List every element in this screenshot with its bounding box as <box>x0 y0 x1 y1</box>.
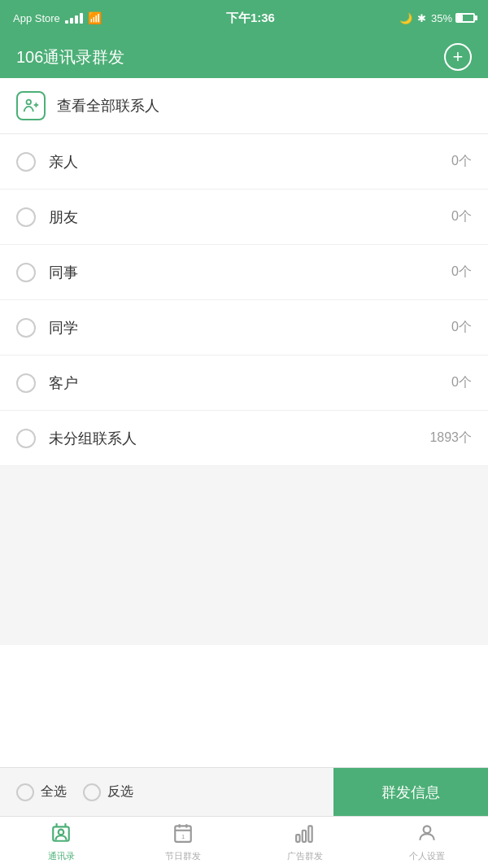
group-name-5: 未分组联系人 <box>49 429 416 448</box>
tab-settings-label: 个人设置 <box>409 850 445 862</box>
group-count-5: 1893个 <box>429 430 472 447</box>
action-left: 全选 反选 <box>16 783 333 801</box>
tab-ad[interactable]: 广告群发 <box>244 817 366 868</box>
battery-container: 35% <box>431 12 475 24</box>
status-right: 🌙 ✱ 35% <box>399 12 475 24</box>
radio-tongxue[interactable] <box>16 318 36 338</box>
group-count-4: 0个 <box>451 374 472 391</box>
battery-icon <box>455 13 475 23</box>
send-message-button[interactable]: 群发信息 <box>333 768 488 817</box>
page-title: 106通讯录群发 <box>16 46 124 68</box>
svg-point-15 <box>424 826 431 833</box>
contacts-icon <box>16 91 46 120</box>
radio-qinren[interactable] <box>16 152 36 172</box>
bluetooth-icon: ✱ <box>417 12 426 24</box>
svg-rect-13 <box>303 831 306 842</box>
svg-point-0 <box>27 100 32 105</box>
group-item-4[interactable]: 客户 0个 <box>0 355 488 411</box>
tab-contacts-label: 通讯录 <box>48 850 75 862</box>
page-root: App Store 📶 下午1:36 🌙 ✱ 35% 106通讯录群发 + <box>0 0 488 868</box>
group-item-2[interactable]: 同事 0个 <box>0 245 488 300</box>
group-item-3[interactable]: 同学 0个 <box>0 300 488 355</box>
wifi-icon: 📶 <box>88 11 102 24</box>
group-item-0[interactable]: 亲人 0个 <box>0 134 488 190</box>
group-count-0: 0个 <box>451 153 472 170</box>
tab-holiday-label: 节日群发 <box>165 850 201 862</box>
svg-point-4 <box>59 830 64 835</box>
invert-select-radio[interactable] <box>83 783 101 801</box>
status-bar: App Store 📶 下午1:36 🌙 ✱ 35% <box>0 0 488 36</box>
all-contacts-row[interactable]: 查看全部联系人 <box>0 78 488 134</box>
radio-tongshi[interactable] <box>16 263 36 282</box>
battery-percent: 35% <box>431 12 452 24</box>
invert-select-item[interactable]: 反选 <box>83 783 133 801</box>
tab-holiday[interactable]: 1 节日群发 <box>122 817 244 868</box>
add-button[interactable]: + <box>444 43 472 71</box>
select-all-item[interactable]: 全选 <box>16 783 67 801</box>
group-name-1: 朋友 <box>49 207 438 227</box>
svg-rect-12 <box>296 835 299 842</box>
signal-icon <box>65 13 83 24</box>
group-name-2: 同事 <box>49 263 438 282</box>
tab-contacts[interactable]: 通讯录 <box>0 817 122 868</box>
group-item-1[interactable]: 朋友 0个 <box>0 190 488 245</box>
status-left: App Store 📶 <box>13 11 102 24</box>
radio-kehu[interactable] <box>16 373 36 393</box>
tab-ad-label: 广告群发 <box>287 850 323 862</box>
group-item-5[interactable]: 未分组联系人 1893个 <box>0 411 488 466</box>
main-content: 查看全部联系人 亲人 0个 朋友 0个 同事 0个 <box>0 78 488 767</box>
tab-contacts-icon <box>50 822 72 847</box>
group-count-2: 0个 <box>451 264 472 281</box>
status-time: 下午1:36 <box>226 11 275 26</box>
radio-ungrouped[interactable] <box>16 429 36 448</box>
tab-holiday-icon: 1 <box>172 822 194 847</box>
tab-settings-icon <box>416 822 438 847</box>
group-count-3: 0个 <box>451 319 472 336</box>
select-all-label: 全选 <box>41 783 67 800</box>
group-name-4: 客户 <box>49 373 438 393</box>
group-name-0: 亲人 <box>49 152 438 172</box>
action-bar: 全选 反选 群发信息 <box>0 767 488 816</box>
svg-text:1: 1 <box>181 833 185 840</box>
contacts-svg-icon <box>22 97 40 115</box>
content-list: 查看全部联系人 亲人 0个 朋友 0个 同事 0个 <box>0 78 488 767</box>
carrier-label: App Store <box>13 12 60 24</box>
empty-space <box>0 466 488 645</box>
select-all-radio[interactable] <box>16 783 34 801</box>
invert-select-label: 反选 <box>107 783 133 800</box>
all-contacts-label: 查看全部联系人 <box>57 96 159 116</box>
header: 106通讯录群发 + <box>0 36 488 78</box>
moon-icon: 🌙 <box>399 12 412 24</box>
tab-settings[interactable]: 个人设置 <box>366 817 488 868</box>
tab-bar: 通讯录 1 节日群发 广告群发 <box>0 816 488 868</box>
tab-ad-icon <box>294 822 316 847</box>
svg-rect-14 <box>308 826 312 842</box>
group-name-3: 同学 <box>49 318 438 338</box>
group-list: 亲人 0个 朋友 0个 同事 0个 同学 0个 <box>0 134 488 466</box>
radio-pengyou[interactable] <box>16 207 36 227</box>
group-count-1: 0个 <box>451 208 472 225</box>
